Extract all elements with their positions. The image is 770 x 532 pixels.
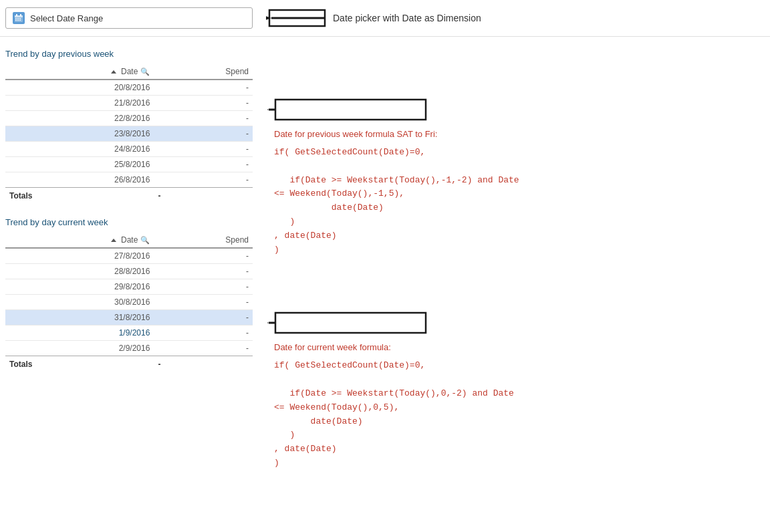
top-bar: Select Date Range Date picker with Date …	[0, 0, 770, 37]
section2-col-date: Date 🔍	[5, 233, 154, 248]
svg-rect-4	[15, 18, 17, 19]
svg-rect-7	[15, 20, 17, 21]
date-cell: 27/8/2016	[5, 248, 154, 264]
search-icon-1[interactable]: 🔍	[140, 68, 150, 76]
svg-rect-1	[15, 15, 23, 17]
arrow-section2	[267, 310, 428, 336]
section2-formula: if( GetSelectedCount(Date)=0, if(Date >=…	[274, 359, 757, 470]
date-cell: 23/8/2016	[5, 126, 154, 142]
left-arrow-top	[266, 7, 326, 29]
table-row: 30/8/2016-	[5, 295, 253, 310]
table-row: 25/8/2016-	[5, 157, 253, 172]
spend-cell: -	[154, 295, 253, 310]
spend-cell: -	[154, 96, 253, 111]
section2-tbody: 27/8/2016-28/8/2016-29/8/2016-30/8/2016-…	[5, 248, 253, 356]
top-annotation: Date picker with Date as Dimension	[266, 7, 481, 29]
section1-col-spend: Spend	[154, 64, 253, 80]
section1-col-date: Date 🔍	[5, 64, 154, 80]
date-cell: 24/8/2016	[5, 142, 154, 157]
section2-totals-spend: -	[154, 356, 253, 373]
col-date-label-1: Date	[121, 67, 138, 76]
section1-formula: if( GetSelectedCount(Date)=0, if(Date >=…	[274, 146, 757, 257]
spend-cell: -	[154, 279, 253, 295]
spend-cell: -	[154, 126, 253, 142]
date-cell: 1/9/2016	[5, 325, 154, 341]
sort-icon-2	[111, 239, 116, 242]
date-cell: 28/8/2016	[5, 264, 154, 279]
date-cell: 2/9/2016	[5, 341, 154, 356]
section2-thead-row: Date 🔍 Spend	[5, 233, 253, 248]
spend-cell: -	[154, 341, 253, 356]
svg-rect-6	[19, 18, 21, 19]
section1-title: Trend by day previous week	[5, 49, 255, 59]
right-panel: Date for previous week formula SAT to Fr…	[261, 43, 770, 477]
section1: Trend by day previous week Date 🔍 Spend	[5, 49, 255, 204]
svg-rect-3	[20, 14, 21, 16]
section2-table: Date 🔍 Spend 27/8/2016-28/8/2016-29/8/20…	[5, 233, 253, 372]
col-spend-label-1: Spend	[225, 67, 249, 76]
spend-cell: -	[154, 142, 253, 157]
spend-cell: -	[154, 248, 253, 264]
table-row: 21/8/2016-	[5, 96, 253, 111]
section2-formula-label: Date for current week formula:	[274, 342, 757, 352]
spend-cell: -	[154, 157, 253, 172]
section2-totals-label: Totals	[5, 356, 154, 373]
date-cell: 20/8/2016	[5, 80, 154, 96]
section1-formula-label: Date for previous week formula SAT to Fr…	[274, 129, 757, 139]
main-content: Trend by day previous week Date 🔍 Spend	[0, 37, 770, 484]
date-cell: 21/8/2016	[5, 96, 154, 111]
date-cell: 31/8/2016	[5, 310, 154, 325]
date-picker-label: Select Date Range	[30, 13, 245, 23]
table-row: 29/8/2016-	[5, 279, 253, 295]
col-date-label-2: Date	[121, 235, 138, 245]
section2: Trend by day current week Date 🔍 Spend	[5, 217, 255, 372]
date-cell: 26/8/2016	[5, 172, 154, 188]
calendar-svg	[15, 14, 23, 22]
table-row: 28/8/2016-	[5, 264, 253, 279]
spend-cell: -	[154, 172, 253, 188]
table-row: 1/9/2016-	[5, 325, 253, 341]
arrow-section2-wrap	[267, 310, 757, 336]
date-cell: 29/8/2016	[5, 279, 154, 295]
section1-thead-row: Date 🔍 Spend	[5, 64, 253, 80]
date-cell: 22/8/2016	[5, 111, 154, 126]
section1-formula-area: Date for previous week formula SAT to Fr…	[274, 97, 757, 257]
svg-rect-17	[275, 313, 426, 333]
arrow-section1-wrap	[267, 97, 757, 122]
section1-totals-row: Totals -	[5, 188, 253, 205]
arrow-section1	[267, 97, 428, 122]
date-cell: 25/8/2016	[5, 157, 154, 172]
section1-table: Date 🔍 Spend 20/8/2016-21/8/2016-22/8/20…	[5, 64, 253, 204]
sort-icon-1	[111, 70, 116, 74]
search-icon-2[interactable]: 🔍	[140, 236, 150, 245]
calendar-icon	[13, 12, 25, 24]
table-row: 24/8/2016-	[5, 142, 253, 157]
svg-rect-9	[19, 20, 21, 21]
table-row: 27/8/2016-	[5, 248, 253, 264]
section2-totals-row: Totals -	[5, 356, 253, 373]
svg-rect-5	[17, 18, 19, 19]
table-row: 31/8/2016-	[5, 310, 253, 325]
table-row: 22/8/2016-	[5, 111, 253, 126]
spend-cell: -	[154, 310, 253, 325]
section1-totals-label: Totals	[5, 188, 154, 205]
table-row: 26/8/2016-	[5, 172, 253, 188]
section1-totals-spend: -	[154, 188, 253, 205]
left-panel: Trend by day previous week Date 🔍 Spend	[0, 43, 261, 477]
col-spend-label-2: Spend	[225, 235, 249, 245]
date-picker[interactable]: Select Date Range	[5, 7, 253, 29]
annotation-text-top: Date picker with Date as Dimension	[333, 13, 481, 23]
section1-tbody: 20/8/2016-21/8/2016-22/8/2016-23/8/2016-…	[5, 80, 253, 188]
table-row: 2/9/2016-	[5, 341, 253, 356]
table-row: 23/8/2016-	[5, 126, 253, 142]
table-row: 20/8/2016-	[5, 80, 253, 96]
spend-cell: -	[154, 111, 253, 126]
spend-cell: -	[154, 80, 253, 96]
svg-rect-8	[17, 20, 19, 21]
date-cell: 30/8/2016	[5, 295, 154, 310]
spend-cell: -	[154, 264, 253, 279]
spend-cell: -	[154, 325, 253, 341]
section2-formula-area: Date for current week formula: if( GetSe…	[274, 310, 757, 470]
section2-title: Trend by day current week	[5, 217, 255, 227]
svg-rect-2	[16, 14, 17, 16]
